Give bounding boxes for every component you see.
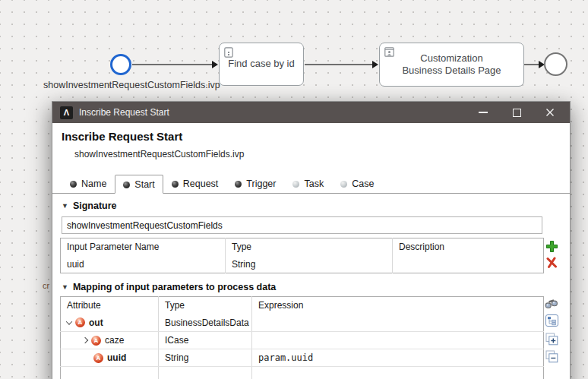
table-row[interactable]: uuid String: [61, 256, 544, 273]
tab-label: Name: [81, 178, 106, 189]
dialog-title: Inscribe Request Start: [79, 107, 169, 118]
delete-x-icon: [545, 257, 558, 269]
tab-bullet-icon: [292, 181, 299, 188]
mapping-row-uuid[interactable]: A uuid String param.uuid: [61, 349, 544, 367]
start-event-node[interactable]: [110, 54, 131, 75]
attribute-icon: A: [93, 353, 103, 363]
axonivy-logo-icon: Λ: [60, 106, 73, 119]
column-header[interactable]: Input Parameter Name: [61, 238, 226, 256]
tab-label: Case: [352, 178, 374, 189]
tab-label: Request: [183, 178, 219, 189]
attribute-expression[interactable]: param.uuid: [252, 349, 544, 367]
table-header-row: Input Parameter Name Type Description: [61, 238, 544, 256]
column-header[interactable]: Attribute: [61, 297, 159, 314]
task-node-label: Find case by id: [228, 58, 294, 70]
inspect-mapping-button[interactable]: [544, 296, 559, 311]
mapping-section-header[interactable]: ▼ Mapping of input parameters to process…: [62, 282, 276, 292]
task-node-find-case[interactable]: Find case by id: [219, 43, 304, 86]
signature-name-input[interactable]: [62, 216, 542, 234]
tab-trigger[interactable]: Trigger: [226, 175, 284, 193]
attribute-icon: A: [75, 317, 85, 327]
attribute-expression[interactable]: [252, 314, 544, 332]
flow-connector[interactable]: [132, 64, 213, 65]
flow-connector[interactable]: [524, 64, 539, 65]
param-name-cell[interactable]: uuid: [61, 256, 226, 273]
attribute-name: caze: [105, 335, 124, 346]
tab-label: Trigger: [246, 178, 276, 189]
mapping-row-out[interactable]: A out BusinessDetailsData: [61, 314, 544, 332]
column-header[interactable]: Description: [393, 238, 544, 256]
task-node-label-line1: Customization: [420, 52, 482, 65]
chevron-down-icon[interactable]: [66, 318, 72, 324]
table-header-row: Attribute Type Expression: [61, 297, 544, 314]
tab-name[interactable]: Name: [62, 175, 115, 193]
maximize-icon: [513, 109, 521, 117]
tree-view-icon: [545, 314, 558, 327]
add-parameter-button[interactable]: [544, 238, 559, 254]
param-description-cell[interactable]: [393, 256, 544, 273]
input-parameters-table: Input Parameter Name Type Description uu…: [60, 238, 544, 273]
maximize-button[interactable]: [503, 102, 530, 123]
collapse-all-icon: [545, 350, 558, 363]
clipped-canvas-label: cr: [43, 281, 49, 290]
dialog-titlebar[interactable]: Λ Inscribe Request Start: [52, 102, 570, 123]
script-step-icon: [224, 47, 233, 61]
task-node-label-line2: Business Details Page: [402, 65, 501, 77]
column-header[interactable]: Type: [159, 297, 252, 314]
tab-start[interactable]: Start: [115, 175, 163, 194]
tab-bullet-icon: [123, 182, 130, 188]
tab-request[interactable]: Request: [163, 175, 227, 193]
attribute-icon: A: [91, 336, 101, 346]
tab-label: Start: [134, 179, 154, 190]
expand-all-button[interactable]: [544, 331, 559, 346]
attribute-type: String: [159, 349, 252, 367]
attribute-type: BusinessDetailsData: [159, 314, 252, 332]
tab-label: Task: [304, 178, 324, 189]
param-type-cell[interactable]: String: [226, 256, 393, 273]
signature-section-header[interactable]: ▼ Signature: [62, 201, 117, 211]
binoculars-icon: [545, 298, 558, 309]
tab-bullet-icon: [235, 181, 242, 188]
mapping-table: Attribute Type Expression A out Business…: [60, 296, 544, 379]
attribute-expression[interactable]: [252, 332, 544, 349]
tab-bullet-icon: [340, 181, 347, 188]
close-icon: [545, 108, 555, 117]
add-plus-icon: [545, 240, 558, 253]
signature-section-title: Signature: [73, 201, 117, 211]
empty-table-area: [61, 367, 544, 379]
tab-case[interactable]: Case: [332, 175, 382, 193]
close-button[interactable]: [536, 102, 564, 123]
column-header[interactable]: Expression: [252, 297, 544, 314]
mapping-row-caze[interactable]: A caze ICase: [61, 332, 544, 349]
collapse-all-button[interactable]: [544, 349, 559, 364]
tab-bullet-icon: [70, 181, 77, 188]
task-node-customization-page[interactable]: Customization Business Details Page: [379, 43, 524, 87]
collapse-triangle-icon: ▼: [62, 283, 68, 291]
tab-task[interactable]: Task: [284, 175, 332, 193]
dialog-heading: Inscribe Request Start: [62, 130, 182, 143]
inscribe-request-start-dialog: Λ Inscribe Request Start Inscribe Reques…: [52, 101, 571, 379]
mapping-section-title: Mapping of input parameters to process d…: [73, 282, 276, 292]
attribute-name: uuid: [107, 352, 126, 363]
flow-arrowhead: [372, 61, 378, 68]
flow-connector[interactable]: [305, 64, 373, 65]
delete-parameter-button[interactable]: [544, 255, 559, 270]
attribute-type: ICase: [159, 332, 252, 349]
collapse-triangle-icon: ▼: [62, 202, 68, 210]
expand-all-icon: [545, 333, 558, 346]
dialog-tabbar: Name Start Request Trigger Task Case: [52, 175, 570, 194]
minimize-button[interactable]: [469, 102, 497, 123]
tab-bullet-icon: [172, 181, 179, 188]
user-dialog-step-icon: [384, 47, 394, 60]
start-event-label: showInvestmentRequestCustomFields.ivp: [43, 80, 220, 90]
end-event-node[interactable]: [544, 52, 567, 76]
attribute-name: out: [89, 317, 103, 328]
flow-arrowhead: [212, 61, 218, 68]
column-header[interactable]: Type: [226, 238, 393, 256]
minimize-icon: [479, 112, 488, 113]
chevron-right-icon[interactable]: [82, 337, 88, 343]
dialog-subtitle: showInvestmentRequestCustomFields.ivp: [74, 149, 244, 159]
tree-view-button[interactable]: [544, 313, 559, 328]
